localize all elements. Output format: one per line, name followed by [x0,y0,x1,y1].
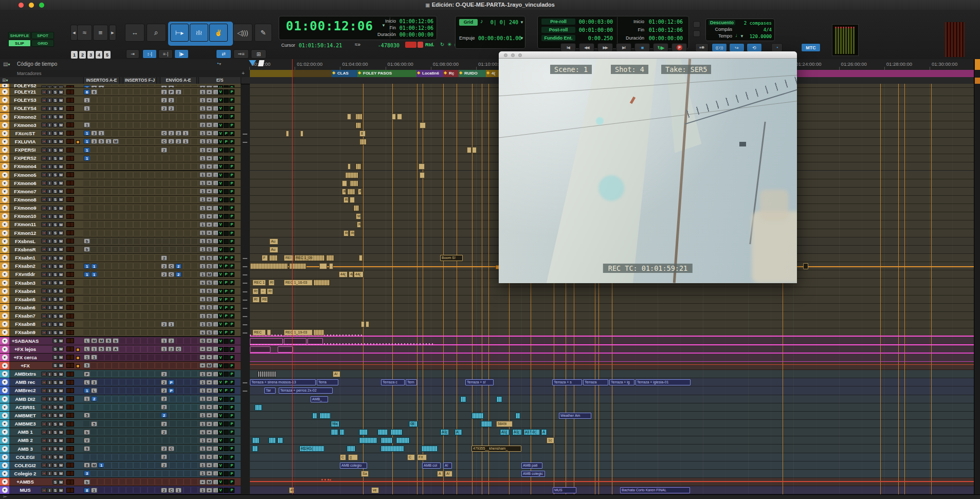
track-row-amb-3[interactable]: ▾AMB 3●ISM52C1+↕VP [0,445,241,453]
playlist-p-button[interactable]: P [229,488,234,493]
track-row-fxsbnsr[interactable]: ▾FXsbnsR●ISMb1S↕VP [0,246,241,254]
track-row-fxsbnsl[interactable]: ▾FXsbnsL●ISMb1S↕VP [0,237,241,246]
input-monitor-button[interactable]: I [47,372,52,377]
track-row-amb-2[interactable]: ▾AMB 2●ISMV1+↕VP [0,436,241,445]
io-slot[interactable]: 1 [206,139,212,144]
record-enable-button[interactable]: ● [41,98,47,103]
sel2-fin-value[interactable]: 01:00:12:06 [648,27,683,33]
io-slot[interactable]: 1 [199,396,206,401]
insert-slot[interactable]: b [84,430,90,435]
track-row-fxsabn4[interactable]: ▾FXsabn4●ISM1S↕VPP [0,287,241,295]
track-disclosure[interactable]: ▾ [0,328,9,336]
insert-slot[interactable]: 3 [91,380,97,385]
clip[interactable]: R! [268,280,275,286]
insert-slot[interactable]: 1 [91,355,97,360]
track-row-fxsabn1[interactable]: ▾FXsabn1●ISM2sS↕VPP [0,254,241,262]
io-slot[interactable]: 1 [199,288,206,293]
track-row-foley21[interactable]: ▾FOLEY21●ISM662P21+↕VP [0,88,241,96]
send-slot[interactable]: C [168,488,174,493]
input-monitor-button[interactable]: I [47,313,52,319]
return-to-start-button[interactable]: I◀ [560,43,576,52]
playlist-v-button[interactable]: V [218,231,223,236]
send-slot[interactable]: 2 [161,396,167,401]
record-enable-button[interactable]: ● [41,114,47,119]
insert-slot[interactable]: 1 [84,147,90,153]
record-enable-button[interactable]: ● [41,197,47,202]
clip[interactable]: Sa [361,471,369,477]
track-row-fxmono8[interactable]: ▾FXmono8●ISM1+↕VP [0,196,241,204]
solo-button[interactable]: S [52,164,58,169]
add-marker-button[interactable]: + [242,70,245,76]
clip[interactable]: AMB col [422,463,441,469]
mute-button[interactable]: M [58,372,64,377]
playlist-v-button[interactable]: V [218,347,223,352]
io-slot[interactable]: 1 [199,446,206,451]
playlist-empty-slot[interactable] [224,156,229,161]
send-slot[interactable]: 1 [183,139,189,144]
clip[interactable]: R! [343,197,349,203]
playlist-v-button[interactable]: V [218,322,223,327]
playlist-p-button[interactable]: P [229,405,234,410]
marker-band-segment[interactable] [250,70,292,77]
insert-slot[interactable]: 6 [84,89,90,95]
io-slot[interactable]: + [206,413,212,418]
record-enable-button[interactable]: ● [41,89,47,95]
clip[interactable] [329,263,333,269]
playlist-p-button[interactable]: P [229,114,234,119]
clip[interactable] [347,446,355,452]
playlist-empty-slot[interactable] [224,446,229,451]
send-slot[interactable]: 2 [161,380,167,385]
input-monitor-button[interactable]: I [47,197,52,202]
track-row-colegi[interactable]: ▾COLEGI●ISM21+↕VP [0,453,241,461]
clip[interactable] [300,131,303,137]
empuje-caret-icon[interactable]: ▼ [520,36,524,41]
input-monitor-button[interactable]: I [47,172,52,177]
track-row-foleys2[interactable]: ▾FOLEYS2●ISM66A2P1+↕VP [0,84,241,88]
playlist-p-button[interactable]: P [229,239,234,244]
io-slot[interactable]: + [206,114,212,119]
playlist-p-button[interactable]: P [224,131,229,136]
insert-slot[interactable]: b [84,247,90,252]
postroll-value[interactable]: 00:01:00:00 [578,27,613,33]
playlist-empty-slot[interactable] [224,347,229,352]
track-row-fxsabn7[interactable]: ▾FXsabn7●ISM1S↕VPP [0,312,241,320]
playlist-p-button[interactable]: P [224,388,229,393]
clip[interactable]: ve [371,487,379,493]
descuento-label[interactable]: Descuento [709,20,735,25]
input-monitor-button[interactable]: I [47,147,52,153]
send-slot[interactable]: 2 [161,454,167,459]
record-enable-button[interactable]: ● [41,280,47,285]
input-monitor-button[interactable]: I [47,206,52,211]
input-monitor-button[interactable]: I [47,446,52,451]
send-slot[interactable]: C [168,272,174,277]
record-enable-button[interactable]: ● [41,272,47,277]
playlist-empty-slot[interactable] [224,197,229,202]
mode-shuffle-button[interactable]: SHUFFLE [8,32,31,39]
io-slot[interactable]: 1 [199,421,206,427]
playlist-p-button[interactable]: P [229,98,234,103]
record-enable-button[interactable]: ● [41,297,47,302]
clip[interactable] [392,114,396,120]
io-slot[interactable]: s [199,255,206,261]
playlist-v-button[interactable]: V [218,98,223,103]
insert-slot[interactable]: 5 [84,413,90,418]
solo-button[interactable]: S [52,479,58,485]
clip[interactable]: Wa [331,421,339,427]
playlist-v-button[interactable]: V [218,397,223,402]
record-enable-button[interactable]: ● [41,206,47,211]
track-row-acbr01[interactable]: ▾ACBR01●ISM21+↕VP [0,403,241,412]
io-slot[interactable]: + [206,396,212,401]
fade-in-value[interactable]: 0:00.250 [578,35,613,41]
clip[interactable]: A1( [440,429,449,435]
mode-slip-button[interactable]: SLIP [8,40,31,47]
io-slot[interactable]: 1 [199,222,206,227]
playlist-empty-slot[interactable] [224,430,229,435]
solo-button[interactable]: S [52,338,58,343]
playlist-p-button[interactable]: P [224,380,229,385]
clip[interactable] [321,479,331,485]
playlist-p-button[interactable]: P [224,139,229,144]
solo-button[interactable]: S [52,404,58,410]
playlist-empty-slot[interactable] [224,363,229,368]
input-monitor-button[interactable]: I [47,421,52,427]
insert-slot[interactable]: 1 [84,156,90,161]
